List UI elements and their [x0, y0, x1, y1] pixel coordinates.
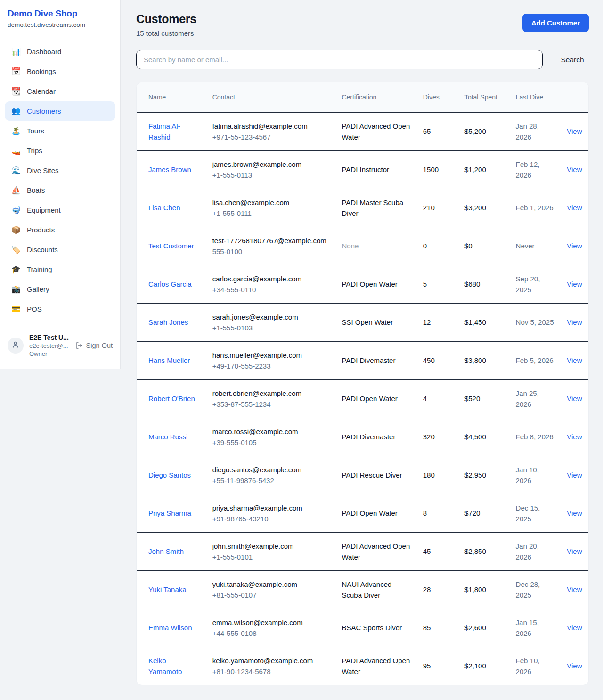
customer-name-link[interactable]: Robert O'Brien: [148, 395, 195, 403]
view-link[interactable]: View: [567, 280, 582, 288]
table-row: Keiko Yamamotokeiko.yamamoto@example.com…: [137, 647, 588, 685]
last-dive-cell: Jan 15, 2026: [510, 609, 562, 647]
sidebar-item-gallery[interactable]: 📸Gallery: [5, 280, 115, 299]
sidebar-item-trips[interactable]: 🚤Trips: [5, 141, 115, 160]
view-link[interactable]: View: [567, 242, 582, 250]
view-cell: View: [561, 456, 588, 494]
sidebar-item-label: Dashboard: [27, 48, 61, 56]
customer-name-link[interactable]: Marco Rossi: [148, 433, 187, 441]
graduation-cap-icon: 🎓: [11, 265, 21, 274]
name-cell: Test Customer: [137, 227, 207, 265]
column-header-actions: [561, 82, 588, 112]
sidebar-item-calendar[interactable]: 📆Calendar: [5, 82, 115, 101]
contact-cell: yuki.tanaka@example.com+81-555-0107: [207, 570, 336, 609]
avatar: [8, 338, 24, 354]
total-spent-cell: $2,950: [459, 456, 510, 494]
customer-name-link[interactable]: Lisa Chen: [148, 204, 180, 212]
calendar-date-icon: 📅: [11, 67, 21, 76]
shop-title[interactable]: Demo Dive Shop: [8, 8, 113, 19]
view-link[interactable]: View: [567, 509, 582, 517]
total-spent-cell: $680: [459, 265, 510, 303]
customer-email: emma.wilson@example.com: [212, 617, 331, 628]
certification-cell: PADI Advanced Open Water: [336, 532, 417, 570]
people-icon: 👥: [11, 107, 21, 115]
sidebar-item-products[interactable]: 📦Products: [5, 220, 115, 239]
last-dive-cell: Jan 10, 2026: [510, 456, 562, 494]
sidebar-item-label: Tours: [27, 127, 44, 135]
name-cell: Robert O'Brien: [137, 379, 207, 418]
view-cell: View: [561, 189, 588, 227]
view-link[interactable]: View: [567, 662, 582, 670]
view-cell: View: [561, 303, 588, 341]
customer-name-link[interactable]: Carlos Garcia: [148, 280, 192, 288]
customer-name-link[interactable]: Sarah Jones: [148, 318, 188, 326]
customer-name-link[interactable]: Keiko Yamamoto: [148, 657, 182, 675]
sign-out-button[interactable]: Sign Out: [75, 342, 113, 349]
user-meta: E2E Test U... e2e-tester@... Owner: [29, 334, 70, 357]
view-cell: View: [561, 570, 588, 609]
sidebar-item-equipment[interactable]: 🤿Equipment: [5, 200, 115, 220]
sidebar-item-pos[interactable]: 💳POS: [5, 299, 115, 319]
total-spent-cell: $2,100: [459, 647, 510, 685]
customer-name-link[interactable]: Test Customer: [148, 242, 194, 250]
view-link[interactable]: View: [567, 585, 582, 593]
customer-phone: +1-555-0111: [212, 208, 331, 219]
sidebar-item-training[interactable]: 🎓Training: [5, 260, 115, 279]
dives-cell: 95: [417, 647, 459, 685]
column-header-dives: Dives: [417, 82, 459, 112]
view-link[interactable]: View: [567, 395, 582, 403]
customer-phone: +39-555-0105: [212, 437, 331, 448]
view-link[interactable]: View: [567, 356, 582, 364]
last-dive-cell: Dec 15, 2025: [510, 494, 562, 532]
table-row: Diego Santosdiego.santos@example.com+55-…: [137, 456, 588, 494]
sidebar-item-customers[interactable]: 👥Customers: [5, 101, 115, 121]
sidebar-item-dashboard[interactable]: 📊Dashboard: [5, 42, 115, 61]
add-customer-button[interactable]: Add Customer: [522, 14, 589, 32]
table-row: John Smithjohn.smith@example.com+1-555-0…: [137, 532, 588, 570]
search-row: Search: [136, 50, 589, 69]
customer-phone: +81-555-0107: [212, 590, 331, 601]
customer-phone: +1-555-0101: [212, 552, 331, 562]
total-spent-cell: $2,850: [459, 532, 510, 570]
view-cell: View: [561, 112, 588, 150]
view-link[interactable]: View: [567, 127, 582, 135]
customer-name-link[interactable]: Fatima Al-Rashid: [148, 122, 180, 141]
view-link[interactable]: View: [567, 204, 582, 212]
main-content: Customers 15 total customers Add Custome…: [121, 0, 603, 697]
table-row: Sarah Jonessarah.jones@example.com+1-555…: [137, 303, 588, 341]
search-button[interactable]: Search: [556, 56, 589, 64]
view-link[interactable]: View: [567, 165, 582, 173]
user-email: e2e-tester@...: [29, 342, 70, 349]
dives-cell: 450: [417, 341, 459, 379]
camera-icon: 📸: [11, 285, 21, 294]
sidebar-item-boats[interactable]: ⛵Boats: [5, 181, 115, 200]
page-header: Customers 15 total customers Add Custome…: [136, 12, 589, 37]
bar-chart-icon: 📊: [11, 47, 21, 56]
sidebar-item-dive-sites[interactable]: 🌊Dive Sites: [5, 161, 115, 180]
sidebar-header: Demo Dive Shop demo.test.divestreams.com: [0, 0, 120, 36]
customer-name-link[interactable]: Hans Mueller: [148, 356, 190, 364]
view-link[interactable]: View: [567, 471, 582, 479]
customer-name-link[interactable]: Priya Sharma: [148, 509, 191, 517]
view-link[interactable]: View: [567, 624, 582, 632]
customer-name-link[interactable]: Yuki Tanaka: [148, 585, 187, 593]
customer-email: hans.mueller@example.com: [212, 350, 331, 361]
view-cell: View: [561, 227, 588, 265]
view-link[interactable]: View: [567, 433, 582, 441]
table-row: Hans Muellerhans.mueller@example.com+49-…: [137, 341, 588, 379]
sidebar-item-discounts[interactable]: 🏷️Discounts: [5, 240, 115, 259]
view-link[interactable]: View: [567, 318, 582, 326]
view-link[interactable]: View: [567, 547, 582, 555]
total-spent-cell: $3,800: [459, 341, 510, 379]
person-icon: [11, 340, 20, 351]
customer-email: john.smith@example.com: [212, 541, 331, 552]
search-input[interactable]: [136, 50, 543, 69]
sidebar-item-bookings[interactable]: 📅Bookings: [5, 62, 115, 81]
customer-name-link[interactable]: John Smith: [148, 547, 184, 555]
dives-cell: 45: [417, 532, 459, 570]
customer-name-link[interactable]: James Brown: [148, 165, 191, 173]
column-header-last-dive: Last Dive: [510, 82, 562, 112]
customer-name-link[interactable]: Emma Wilson: [148, 624, 192, 632]
customer-name-link[interactable]: Diego Santos: [148, 471, 191, 479]
sidebar-item-tours[interactable]: 🏝️Tours: [5, 121, 115, 140]
